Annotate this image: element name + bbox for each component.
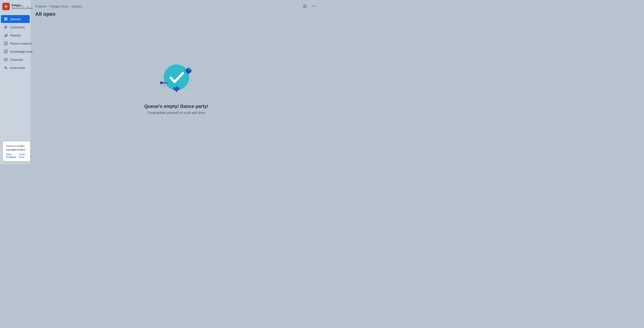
svg-marker-19 [303, 5, 306, 8]
svg-point-22 [315, 6, 316, 7]
tooltip-card: You're in a team-managed project Give fe… [3, 141, 30, 161]
breadcrumb-queues[interactable]: Queues [72, 5, 82, 8]
empty-state: Queue's empty! Dance party! Congratulate… [31, 21, 322, 164]
svg-rect-47 [187, 65, 189, 66]
sidebar-item-invite-team[interactable]: Invite team [1, 64, 30, 72]
svg-rect-2 [4, 18, 8, 18]
invite-team-label: Invite team [10, 66, 25, 70]
page-title-row: All open [31, 10, 322, 21]
svg-point-5 [5, 26, 6, 27]
project-type: Service desk project [12, 7, 25, 9]
invite-team-icon [4, 66, 8, 70]
svg-point-34 [188, 70, 189, 71]
svg-rect-9 [6, 34, 7, 37]
svg-point-43 [164, 85, 165, 87]
empty-state-title: Queue's empty! Dance party! [144, 104, 208, 109]
topbar-actions [302, 3, 317, 9]
main-content: Projects / Polygon Dust / Queues All ope… [31, 0, 322, 164]
svg-point-6 [6, 26, 7, 27]
sidebar-item-channels[interactable]: Channels [1, 56, 30, 63]
svg-rect-3 [4, 19, 8, 19]
sidebar-item-raise-request[interactable]: Raise a request [1, 39, 30, 47]
raise-request-label: Raise a request [10, 42, 31, 45]
queues-label: Queues [10, 17, 21, 21]
svg-rect-36 [188, 72, 189, 74]
project-logo [2, 3, 10, 10]
svg-rect-45 [166, 67, 168, 68]
learn-more-link[interactable]: Learn more [19, 153, 27, 158]
knowledge-base-icon [4, 49, 8, 53]
sidebar-item-queues[interactable]: Queues [1, 15, 30, 23]
breadcrumb-sep-1: / [48, 5, 48, 8]
more-options-button[interactable] [311, 3, 317, 9]
channels-icon [4, 57, 8, 62]
svg-rect-4 [4, 20, 8, 20]
svg-point-16 [5, 66, 6, 68]
raise-request-icon [4, 41, 8, 45]
topbar: Projects / Polygon Dust / Queues [31, 0, 322, 10]
project-info: Polygon Dust Service desk project [12, 4, 25, 9]
star-button[interactable] [302, 3, 308, 9]
breadcrumb: Projects / Polygon Dust / Queues [35, 5, 82, 8]
svg-rect-7 [4, 35, 5, 37]
sidebar: Polygon Dust Service desk project ▾ Queu… [0, 0, 31, 164]
svg-rect-37 [185, 70, 187, 71]
customers-label: Customers [10, 25, 25, 29]
page-title: All open [35, 11, 317, 17]
reports-icon [4, 33, 8, 37]
svg-point-31 [161, 82, 162, 83]
breadcrumb-projects[interactable]: Projects [35, 5, 46, 8]
svg-point-20 [312, 6, 313, 7]
give-feedback-link[interactable]: Give feedback [6, 153, 16, 158]
svg-point-1 [5, 6, 7, 7]
breadcrumb-polygon-dust[interactable]: Polygon Dust [50, 5, 68, 8]
reports-label: Reports [10, 34, 21, 37]
knowledge-base-label: Knowledge base [10, 50, 32, 53]
project-header[interactable]: Polygon Dust Service desk project ▾ [0, 0, 31, 13]
chevron-down-icon: ▾ [27, 5, 28, 8]
svg-point-42 [190, 79, 193, 82]
tooltip-links: Give feedback Learn more [6, 153, 27, 158]
svg-rect-38 [190, 70, 192, 71]
svg-point-40 [187, 88, 189, 90]
empty-state-subtitle: Congratulate yourself on a job well done [148, 111, 206, 115]
project-name: Polygon Dust [12, 4, 25, 7]
empty-illustration [156, 56, 197, 98]
sidebar-item-knowledge-base[interactable]: Knowledge base [1, 47, 30, 55]
svg-point-21 [314, 6, 314, 7]
channels-label: Channels [10, 58, 23, 61]
svg-point-41 [188, 68, 190, 70]
breadcrumb-sep-2: / [69, 5, 70, 8]
svg-rect-26 [173, 89, 180, 90]
queues-icon [4, 17, 8, 21]
svg-rect-49 [190, 88, 192, 89]
sidebar-item-customers[interactable]: Customers [1, 23, 30, 31]
customers-icon [4, 25, 8, 29]
svg-rect-8 [5, 34, 6, 37]
sidebar-item-reports[interactable]: Reports [1, 31, 30, 39]
tooltip-text: You're in a team-managed project [6, 144, 27, 151]
sidebar-nav: Queues Customers Reports [0, 13, 31, 142]
